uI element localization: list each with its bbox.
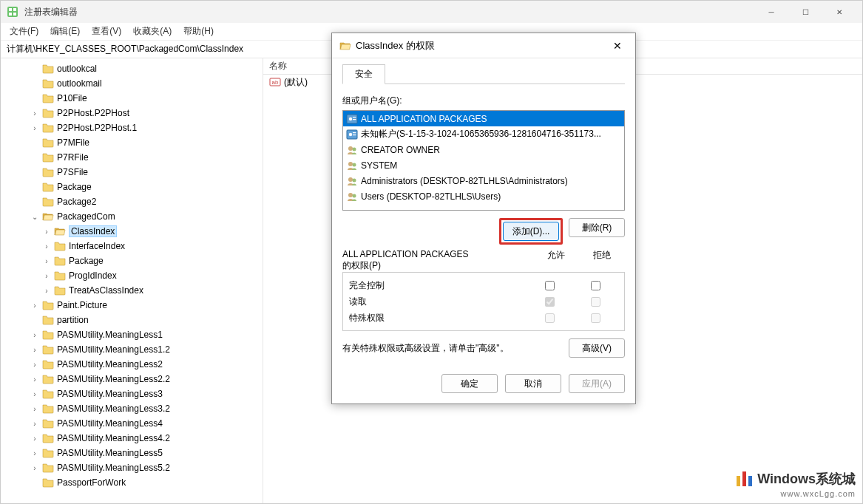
tree-item[interactable]: ›PASMUtility.MeaningLess5 — [1, 446, 263, 460]
groups-label: 组或用户名(G): — [342, 95, 625, 107]
chevron-icon[interactable]: › — [30, 361, 39, 369]
menu-item[interactable]: 收藏夹(A) — [127, 24, 177, 39]
close-button[interactable]: ✕ — [822, 1, 856, 23]
tree-item[interactable]: ›PASMUtility.MeaningLess3 — [1, 386, 263, 401]
folder-icon — [54, 255, 66, 267]
tree-item[interactable]: P7MFile — [1, 135, 263, 150]
user-name: Administrators (DESKTOP-82TLHLS\Administ… — [361, 176, 568, 186]
perm-for-label-1: ALL APPLICATION PACKAGES — [342, 249, 469, 259]
apply-button[interactable]: 应用(A) — [569, 374, 625, 393]
user-row[interactable]: 未知帐户(S-1-15-3-1024-1065365936-1281604716… — [343, 126, 624, 142]
tree-item[interactable]: PassportForWork — [1, 475, 263, 490]
chevron-icon[interactable]: › — [42, 272, 51, 280]
chevron-icon[interactable]: › — [30, 464, 39, 472]
watermark-text-2: www.wxcLgg.com — [737, 489, 856, 498]
menu-item[interactable]: 编辑(E) — [44, 24, 86, 39]
users-listbox[interactable]: ALL APPLICATION PACKAGES未知帐户(S-1-15-3-10… — [342, 110, 625, 211]
tree-item[interactable]: ›PASMUtility.MeaningLess4 — [1, 416, 263, 431]
folder-icon — [42, 166, 54, 178]
permissions-dialog: ClassIndex 的权限 ✕ 安全 组或用户名(G): ALL APPLIC… — [331, 33, 636, 404]
tree-item-label: PackagedCom — [57, 211, 115, 222]
folder-icon — [42, 63, 54, 75]
folder-icon — [42, 388, 54, 400]
tree-item-label: PassportForWork — [57, 477, 126, 488]
user-row[interactable]: Users (DESKTOP-82TLHLS\Users) — [343, 188, 624, 204]
tree-item[interactable]: P10File — [1, 91, 263, 106]
tree-item-label: P2PHost.P2PHost.1 — [57, 123, 137, 133]
minimize-button[interactable]: ─ — [754, 1, 788, 23]
tree-item-label: ClassIndex — [69, 225, 117, 237]
chevron-icon[interactable]: › — [30, 346, 39, 354]
tree-item-label: InterfaceIndex — [69, 241, 125, 251]
watermark-logo — [737, 471, 754, 486]
menu-item[interactable]: 查看(V) — [86, 24, 127, 39]
tree-item[interactable]: ›PASMUtility.MeaningLess5.2 — [1, 460, 263, 475]
chevron-icon[interactable]: › — [30, 390, 39, 398]
folder-icon — [42, 92, 54, 104]
tree-item[interactable]: ›TreatAsClassIndex — [1, 283, 263, 298]
tree-item[interactable]: ›PASMUtility.MeaningLess1.2 — [1, 342, 263, 357]
user-row[interactable]: CREATOR OWNER — [343, 142, 624, 157]
chevron-icon[interactable]: › — [30, 375, 39, 384]
chevron-icon[interactable]: › — [42, 242, 51, 251]
tree-item-label: Package2 — [57, 197, 96, 207]
tree-item[interactable]: ›Paint.Picture — [1, 298, 263, 313]
tree-item-label: Package — [69, 256, 104, 266]
add-button[interactable]: 添加(D)... — [503, 222, 559, 241]
menu-item[interactable]: 帮助(H) — [177, 24, 220, 39]
dialog-close-button[interactable]: ✕ — [607, 37, 628, 55]
maximize-button[interactable]: ☐ — [788, 1, 822, 23]
allow-checkbox[interactable] — [545, 281, 555, 290]
tree-item[interactable]: ›ProgIdIndex — [1, 268, 263, 283]
tree-item[interactable]: ›PASMUtility.MeaningLess1 — [1, 327, 263, 342]
tree-item[interactable]: ›P2PHost.P2PHost.1 — [1, 120, 263, 135]
user-row[interactable]: ALL APPLICATION PACKAGES — [343, 111, 624, 126]
tree-item[interactable]: ›Package — [1, 253, 263, 268]
tree-item-label: PASMUtility.MeaningLess5 — [57, 448, 163, 458]
chevron-icon[interactable]: › — [30, 435, 39, 443]
chevron-icon[interactable]: › — [30, 331, 39, 339]
deny-checkbox[interactable] — [591, 281, 600, 290]
tree-item[interactable]: ›PASMUtility.MeaningLess2.2 — [1, 372, 263, 386]
tree-item[interactable]: ›PASMUtility.MeaningLess2 — [1, 357, 263, 372]
chevron-icon[interactable]: › — [30, 405, 39, 413]
tree-pane[interactable]: outlookcaloutlookmailP10File›P2PHost.P2P… — [1, 58, 263, 503]
chevron-icon[interactable]: › — [30, 109, 39, 118]
tree-item-label: P10File — [57, 93, 87, 103]
tree-item-label: TreatAsClassIndex — [69, 285, 143, 296]
tree-item[interactable]: Package2 — [1, 194, 263, 209]
tree-item[interactable]: partition — [1, 313, 263, 327]
tab-security[interactable]: 安全 — [342, 64, 385, 84]
tree-item[interactable]: outlookcal — [1, 61, 263, 76]
chevron-icon[interactable]: › — [42, 228, 51, 236]
tree-item[interactable]: ›ClassIndex — [1, 224, 263, 239]
permission-row: 读取 — [349, 293, 618, 310]
permission-row: 特殊权限 — [349, 310, 618, 326]
tree-item-label: PASMUtility.MeaningLess1 — [57, 330, 163, 340]
tree-item[interactable]: P7SFile — [1, 165, 263, 180]
remove-button[interactable]: 删除(R) — [569, 218, 625, 237]
tree-item[interactable]: ⌄PackagedCom — [1, 209, 263, 224]
chevron-icon[interactable]: ⌄ — [30, 213, 39, 221]
chevron-icon[interactable]: › — [30, 302, 39, 310]
cancel-button[interactable]: 取消 — [505, 374, 561, 393]
user-row[interactable]: SYSTEM — [343, 157, 624, 173]
folder-icon — [42, 151, 54, 163]
folder-icon — [42, 314, 54, 326]
tree-item[interactable]: ›InterfaceIndex — [1, 239, 263, 253]
chevron-icon[interactable]: › — [42, 287, 51, 295]
ok-button[interactable]: 确定 — [441, 374, 498, 393]
advanced-button[interactable]: 高级(V) — [569, 338, 625, 358]
tree-item[interactable]: Package — [1, 180, 263, 194]
tree-item[interactable]: ›PASMUtility.MeaningLess3.2 — [1, 401, 263, 416]
chevron-icon[interactable]: › — [30, 124, 39, 132]
chevron-icon[interactable]: › — [42, 257, 51, 265]
tree-item[interactable]: ›P2PHost.P2PHost — [1, 106, 263, 120]
chevron-icon[interactable]: › — [30, 449, 39, 457]
tree-item[interactable]: P7RFile — [1, 150, 263, 165]
chevron-icon[interactable]: › — [30, 420, 39, 428]
tree-item[interactable]: outlookmail — [1, 76, 263, 91]
menu-item[interactable]: 文件(F) — [4, 24, 44, 39]
user-row[interactable]: Administrators (DESKTOP-82TLHLS\Administ… — [343, 173, 624, 188]
tree-item[interactable]: ›PASMUtility.MeaningLess4.2 — [1, 431, 263, 446]
